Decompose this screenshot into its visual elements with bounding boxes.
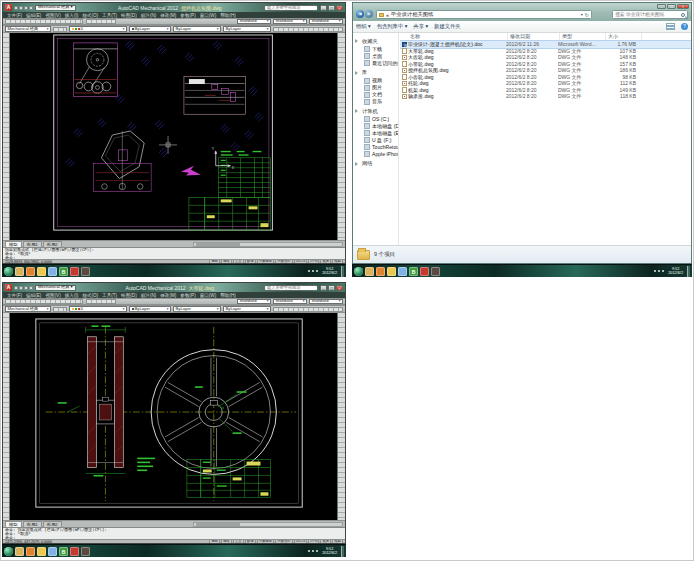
status-mode-toggle[interactable]: 模型 bbox=[332, 539, 343, 543]
lineweight-combo[interactable]: ByLayer▾ bbox=[223, 306, 271, 312]
sidebar-item[interactable]: 下载 bbox=[355, 46, 398, 53]
menu-item[interactable]: 绘图(D) bbox=[121, 293, 137, 298]
autocad-logo-icon[interactable]: A bbox=[5, 284, 12, 291]
status-mode-toggle[interactable]: 对象追踪 bbox=[275, 539, 293, 543]
lineweight-combo[interactable]: ByLayer▾ bbox=[223, 26, 271, 32]
status-mode-toggle[interactable]: 捕捉 bbox=[209, 259, 220, 263]
status-mode-toggle[interactable]: 正交 bbox=[233, 539, 244, 543]
menu-item[interactable]: 视图(V) bbox=[45, 293, 60, 298]
tray-icon[interactable] bbox=[654, 270, 656, 272]
menu-item[interactable]: 修改(M) bbox=[160, 293, 176, 298]
status-mode-toggle[interactable]: 正交 bbox=[233, 259, 244, 263]
forward-button[interactable]: ▶ bbox=[365, 10, 373, 18]
command-line[interactable]: 指定对角点或 [栏选(F)/圈围(WP)/圈交(CP)]:命令: *取消*命令: bbox=[3, 247, 345, 259]
status-mode-toggle[interactable]: DYN bbox=[308, 259, 319, 263]
breadcrumb[interactable]: 毕业设计相关图纸 bbox=[391, 11, 433, 18]
maximize-button[interactable]: □ bbox=[328, 285, 335, 291]
color-combo[interactable]: ByLayer▾ bbox=[129, 26, 171, 32]
menu-item[interactable]: 窗口(W) bbox=[200, 13, 217, 18]
pulley-drawing[interactable] bbox=[10, 313, 337, 520]
left-toolbar-strip[interactable] bbox=[3, 313, 10, 520]
layer-tools-icons[interactable] bbox=[53, 307, 67, 312]
menu-item[interactable]: 文件(F) bbox=[7, 293, 22, 298]
menu-item[interactable]: 修改(M) bbox=[160, 13, 176, 18]
taskbar-clock[interactable]: 9:522012/6/2 bbox=[666, 267, 685, 276]
taskbar-icon[interactable] bbox=[26, 267, 35, 276]
taskbar-icon[interactable] bbox=[37, 267, 46, 276]
style-combo[interactable]: Standard▾ bbox=[309, 19, 343, 25]
help-search-input[interactable] bbox=[264, 5, 318, 11]
minimize-button[interactable]: – bbox=[657, 4, 666, 9]
taskbar-icon[interactable] bbox=[431, 267, 440, 276]
status-mode-toggle[interactable]: 对象捕捉 bbox=[257, 539, 275, 543]
left-toolbar-strip[interactable] bbox=[3, 33, 10, 240]
style-combo[interactable]: Standard▾ bbox=[237, 19, 271, 25]
start-button[interactable] bbox=[354, 267, 363, 276]
status-mode-toggle[interactable]: 捕捉 bbox=[209, 539, 220, 543]
sidebar-item[interactable]: TouchRetouch (G:) bbox=[355, 144, 398, 151]
toolbar-icons-strip[interactable] bbox=[5, 299, 83, 304]
menu-item[interactable]: 文件(F) bbox=[7, 13, 22, 18]
help-icon[interactable]: ? bbox=[681, 23, 688, 30]
menu-item[interactable]: 标注(N) bbox=[141, 13, 157, 18]
taskbar-icon[interactable] bbox=[81, 267, 90, 276]
menu-item[interactable]: 工具(T) bbox=[102, 13, 117, 18]
taskbar-icon[interactable] bbox=[387, 267, 396, 276]
command-bar-button[interactable]: 包含到库中 ▾ bbox=[377, 23, 408, 30]
menu-item[interactable]: 编辑(E) bbox=[26, 13, 41, 18]
change-view-icon[interactable] bbox=[666, 23, 675, 30]
command-bar-button[interactable]: 共享 ▾ bbox=[413, 23, 428, 30]
taskbar-icon[interactable] bbox=[70, 547, 79, 556]
start-button[interactable] bbox=[4, 267, 13, 276]
toolbar-icons-strip[interactable] bbox=[273, 27, 343, 32]
column-header[interactable]: 修改日期 bbox=[508, 33, 560, 40]
menu-item[interactable]: 参数(P) bbox=[180, 293, 195, 298]
status-mode-toggle[interactable]: 极轴 bbox=[245, 259, 256, 263]
style-combo[interactable]: Standard▾ bbox=[237, 299, 271, 305]
layer-combo[interactable]: 0▾ bbox=[69, 26, 127, 32]
menu-item[interactable]: 帮助(H) bbox=[220, 293, 236, 298]
assembly-drawing[interactable]: Y X bbox=[10, 33, 337, 240]
menu-item[interactable]: 标注(N) bbox=[141, 293, 157, 298]
menu-item[interactable]: 插入(I) bbox=[65, 293, 79, 298]
toolbar-icons-strip[interactable] bbox=[86, 299, 116, 304]
color-combo[interactable]: ByLayer▾ bbox=[129, 306, 171, 312]
style-combo[interactable]: Standard▾ bbox=[309, 299, 343, 305]
status-mode-toggle[interactable]: 线宽 bbox=[320, 259, 331, 263]
maximize-button[interactable]: □ bbox=[667, 4, 676, 9]
toolbar-icons-strip[interactable] bbox=[273, 307, 343, 312]
menu-item[interactable]: 帮助(H) bbox=[220, 13, 236, 18]
status-mode-toggle[interactable]: 栅格 bbox=[221, 259, 232, 263]
tray-icon[interactable] bbox=[312, 270, 314, 272]
nav-section-favorites[interactable]: 收藏夹 bbox=[355, 38, 398, 45]
taskbar-icon[interactable] bbox=[81, 547, 90, 556]
status-mode-toggle[interactable]: 极轴 bbox=[245, 539, 256, 543]
linetype-combo[interactable]: ByLayer▾ bbox=[173, 26, 221, 32]
taskbar-icon[interactable] bbox=[48, 267, 57, 276]
close-button[interactable]: × bbox=[677, 4, 689, 9]
autocad-logo-icon[interactable]: A bbox=[5, 4, 12, 11]
linetype-combo[interactable]: ByLayer▾ bbox=[173, 306, 221, 312]
menu-item[interactable]: 参数(P) bbox=[180, 13, 195, 18]
maximize-button[interactable]: □ bbox=[328, 5, 335, 11]
status-mode-toggle[interactable]: 栅格 bbox=[221, 539, 232, 543]
system-tray[interactable]: 9:522012/6/2 bbox=[308, 266, 344, 277]
taskbar-icon[interactable]: B bbox=[59, 547, 68, 556]
status-mode-toggle[interactable]: 线宽 bbox=[320, 539, 331, 543]
menu-item[interactable]: 格式(O) bbox=[82, 293, 98, 298]
sidebar-item[interactable]: U 盘 (F:) bbox=[355, 137, 398, 144]
back-button[interactable]: ◀ bbox=[356, 10, 364, 18]
toolbar-icons-strip[interactable] bbox=[86, 19, 116, 24]
taskbar-clock[interactable]: 9:522012/6/2 bbox=[320, 547, 339, 556]
status-mode-toggle[interactable]: 对象捕捉 bbox=[257, 259, 275, 263]
sidebar-item[interactable]: Apple iPhone bbox=[355, 151, 398, 158]
show-desktop-button[interactable] bbox=[341, 546, 344, 557]
horizontal-scrollbar[interactable] bbox=[193, 522, 343, 527]
command-bar-button[interactable]: 新建文件夹 bbox=[434, 23, 460, 30]
tray-icon[interactable] bbox=[316, 550, 318, 552]
taskbar-icon[interactable] bbox=[15, 547, 24, 556]
start-button[interactable] bbox=[4, 547, 13, 556]
close-button[interactable]: × bbox=[336, 285, 343, 291]
nav-section-computer[interactable]: 计算机 bbox=[355, 108, 398, 115]
style-combo[interactable]: Standard▾ bbox=[273, 19, 307, 25]
